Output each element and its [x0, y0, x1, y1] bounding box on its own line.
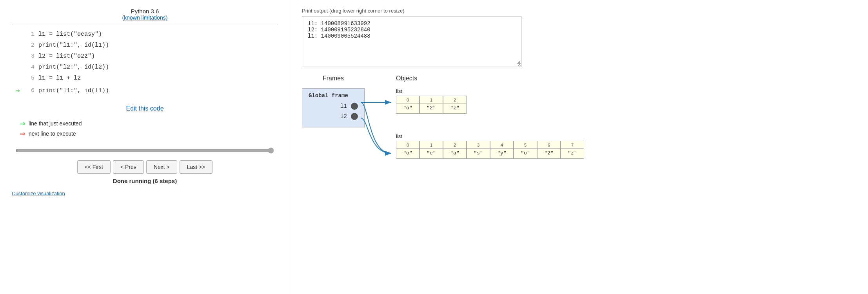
list-cell-value-list-cells-2-1: "e" [420, 149, 443, 158]
right-panel: Print output (drag lower right corner to… [290, 0, 868, 294]
global-frame-box: Global frame l1 l2 [302, 88, 365, 127]
list-cell-value-list-cells-2-7: "z" [561, 149, 584, 158]
code-line-3: 3l2 = list("o2z") [12, 51, 278, 62]
list-cell-value-list-cells-1-1: "2" [420, 103, 443, 113]
list-cell-index-list-cells-2-4: 4 [490, 142, 513, 149]
line-code-1: l1 = list("oeasy") [38, 30, 102, 39]
step-slider-container [12, 147, 278, 155]
list-cell-list-cells-2-5: 5"o" [514, 141, 537, 159]
code-line-6: ⇒6print("l1:", id(l1)) [12, 84, 278, 98]
known-limitations-link[interactable]: (known limitations) [122, 15, 168, 21]
line-num-4: 4 [24, 63, 35, 72]
print-output-label: Print output (drag lower right corner to… [302, 8, 856, 14]
code-line-4: 4print("l2:", id(l2)) [12, 62, 278, 73]
done-text: Done running (6 steps) [113, 178, 177, 184]
line-num-1: 1 [24, 30, 35, 39]
list-label-1: list [396, 88, 584, 94]
frame-pointer-l1 [351, 103, 358, 110]
list-cell-index-list-cells-1-0: 0 [396, 97, 419, 103]
list-cell-value-list-cells-2-0: "o" [396, 149, 419, 158]
line-num-5: 5 [24, 74, 35, 83]
list-cell-value-list-cells-1-2: "z" [443, 103, 466, 113]
step-slider[interactable] [16, 147, 274, 154]
red-arrow-icon: ⇒ [20, 129, 25, 138]
frames-column: Frames Global frame l1 l2 [302, 75, 365, 167]
code-line-5: 5l1 = l1 + l2 [12, 73, 278, 84]
python-version-title: Python 3.6 [122, 8, 168, 15]
line-code-3: l2 = list("o2z") [38, 52, 95, 61]
global-frame-title: Global frame [309, 93, 358, 99]
line-code-4: print("l2:", id(l2)) [38, 63, 109, 72]
list-cell-list-cells-2-7: 7"z" [561, 141, 584, 159]
list-cell-value-list-cells-2-5: "o" [514, 149, 537, 158]
list-cells-2: 0"o"1"e"2"a"3"s"4"y"5"o"6"2"7"z" [396, 141, 584, 159]
viz-section: Frames Global frame l1 l2 [302, 75, 856, 167]
frame-pointer-l2 [351, 113, 358, 120]
list-cell-value-list-cells-2-2: "a" [443, 149, 466, 158]
list-cell-index-list-cells-1-1: 1 [420, 97, 443, 103]
edit-code-link[interactable]: Edit this code [126, 105, 163, 112]
frame-row-l1: l1 [309, 103, 358, 110]
list-cell-index-list-cells-2-6: 6 [538, 142, 560, 149]
list-cell-list-cells-2-4: 4"y" [490, 141, 514, 159]
list-label-2: list [396, 133, 584, 139]
next-button[interactable]: Next > [146, 160, 177, 174]
list-cell-list-cells-1-1: 1"2" [419, 96, 443, 114]
legend-green: ⇒ line that just executed [20, 119, 82, 128]
last-button[interactable]: Last >> [180, 160, 213, 174]
list-cell-list-cells-2-0: 0"o" [396, 141, 419, 159]
list-cell-index-list-cells-2-0: 0 [396, 142, 419, 149]
code-divider [12, 25, 278, 25]
line-num-2: 2 [24, 41, 35, 50]
frame-var-l1: l1 [340, 103, 347, 109]
list-cell-index-list-cells-2-7: 7 [561, 142, 584, 149]
legend-green-label: line that just executed [29, 120, 82, 127]
list-cell-value-list-cells-1-0: "o" [396, 103, 419, 113]
print-output-text: l1: 140008991633992 l2: 140009195232840 … [308, 20, 370, 39]
frames-header: Frames [323, 75, 344, 82]
list-object-1: list 0"o"1"2"2"z" [396, 88, 584, 114]
list-cell-list-cells-1-2: 2"z" [443, 96, 467, 114]
list-cell-list-cells-2-3: 3"s" [467, 141, 490, 159]
list-object-2: list 0"o"1"e"2"a"3"s"4"y"5"o"6"2"7"z" [396, 133, 584, 159]
code-area: 1l1 = list("oeasy")2print("l1:", id(l1))… [12, 29, 278, 98]
list-cell-value-list-cells-2-6: "2" [538, 149, 560, 158]
list-cell-value-list-cells-2-3: "s" [467, 149, 490, 158]
nav-buttons: << First < Prev Next > Last >> [77, 160, 213, 174]
prev-button[interactable]: < Prev [113, 160, 144, 174]
first-button[interactable]: << First [77, 160, 111, 174]
list-cell-index-list-cells-1-2: 2 [443, 97, 466, 103]
list-cells-1: 0"o"1"2"2"z" [396, 96, 584, 114]
list-cell-list-cells-1-0: 0"o" [396, 96, 419, 114]
list-cell-list-cells-2-1: 1"e" [419, 141, 443, 159]
list-cell-index-list-cells-2-5: 5 [514, 142, 537, 149]
list-cell-list-cells-2-6: 6"2" [537, 141, 561, 159]
print-output-box: l1: 140008991633992 l2: 140009195232840 … [302, 16, 521, 67]
left-panel: Python 3.6 (known limitations) 1l1 = lis… [0, 0, 290, 294]
line-num-3: 3 [24, 52, 35, 61]
resize-icon: ◢ [516, 58, 520, 66]
list-cell-index-list-cells-2-2: 2 [443, 142, 466, 149]
line-arrow-6: ⇒ [12, 85, 24, 97]
code-line-2: 2print("l1:", id(l1)) [12, 40, 278, 51]
line-num-6: 6 [24, 86, 35, 96]
list-cell-index-list-cells-2-1: 1 [420, 142, 443, 149]
green-arrow-icon: ⇒ [20, 119, 25, 128]
frame-row-l2: l2 [309, 113, 358, 120]
legend-red-label: next line to execute [29, 131, 76, 137]
list-cell-index-list-cells-2-3: 3 [467, 142, 490, 149]
objects-header: Objects [396, 75, 584, 82]
legend: ⇒ line that just executed ⇒ next line to… [20, 119, 82, 140]
line-code-2: print("l1:", id(l1)) [38, 41, 109, 50]
list-cell-list-cells-2-2: 2"a" [443, 141, 467, 159]
objects-column: Objects list 0"o"1"2"2"z" list 0"o"1"e"2… [396, 75, 584, 167]
python-version-header: Python 3.6 (known limitations) [122, 8, 168, 21]
line-code-5: l1 = l1 + l2 [38, 74, 81, 83]
line-code-6: print("l1:", id(l1)) [38, 86, 109, 96]
list-cell-value-list-cells-2-4: "y" [490, 149, 513, 158]
frame-var-l2: l2 [340, 113, 347, 120]
legend-red: ⇒ next line to execute [20, 129, 82, 138]
customize-link[interactable]: Customize visualization [12, 191, 65, 196]
code-line-1: 1l1 = list("oeasy") [12, 29, 278, 40]
